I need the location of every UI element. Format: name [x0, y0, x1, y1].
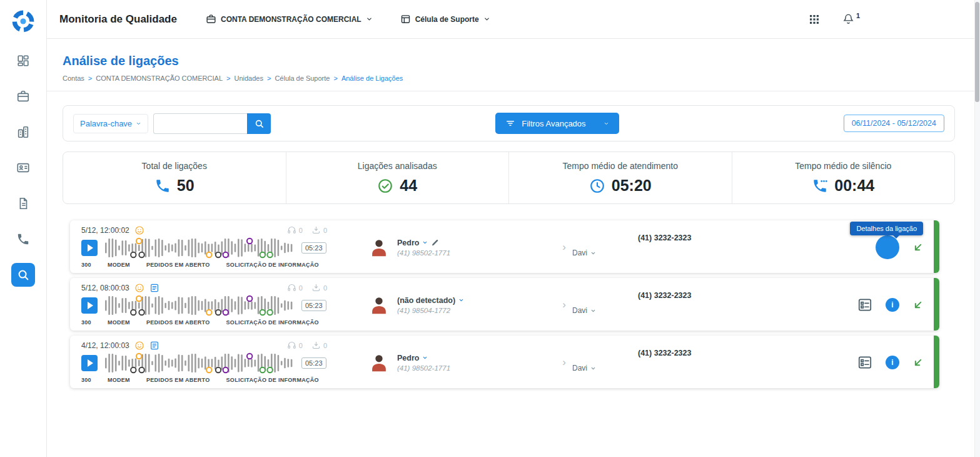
listen-count-value: 0 — [299, 342, 303, 349]
call-tags: 300 MODEM PEDIDOS EM ABERTO SOLICITAÇÃO … — [81, 377, 360, 383]
keyword-search-input[interactable] — [153, 113, 247, 134]
search-icon — [16, 268, 30, 282]
listen-count[interactable]: 0 — [287, 283, 303, 292]
apps-grid-icon — [809, 14, 820, 25]
breadcrumb-separator: > — [267, 74, 271, 82]
row-actions: i — [827, 283, 939, 327]
play-icon — [88, 359, 93, 367]
contact-column: Pedro (41) 98502-1771 — [368, 225, 556, 269]
contact-column: (não detectado) (41) 98504-1772 — [368, 283, 556, 327]
agent-dropdown[interactable]: Davi — [572, 341, 638, 384]
listen-count[interactable]: 0 — [287, 225, 303, 235]
ballot-icon — [857, 354, 873, 371]
download-count[interactable]: 0 — [311, 283, 327, 292]
breadcrumb-item[interactable]: Unidades — [234, 74, 263, 82]
sidebar-item-units[interactable] — [11, 120, 35, 144]
chevron-down-icon — [590, 250, 596, 256]
open-call-icon[interactable] — [912, 241, 924, 254]
breadcrumb-separator: > — [333, 74, 337, 82]
breadcrumb-item[interactable]: Célula de Suporte — [275, 74, 330, 82]
bell-icon — [842, 13, 854, 25]
breadcrumb-item[interactable]: CONTA DEMONSTRAÇÃO COMERCIAL — [96, 74, 223, 82]
contact-avatar — [368, 352, 390, 373]
account-selector[interactable]: CONTA DEMONSTRAÇÃO COMERCIAL — [206, 14, 373, 24]
topbar: Monitoria de Qualidade CONTA DEMONSTRAÇÃ… — [47, 0, 980, 39]
agent-name: Davi — [572, 364, 587, 372]
unit-selector[interactable]: Célula de Suporte — [400, 14, 490, 24]
contact-name-dropdown[interactable]: (não detectado) — [397, 296, 464, 305]
page-header: Análise de ligações Contas > CONTA DEMON… — [47, 39, 980, 82]
sidebar-item-accounts[interactable] — [11, 85, 35, 108]
tag: PEDIDOS EM ABERTO — [146, 262, 210, 268]
stat-analyzed-calls: Ligações analisadas 44 — [286, 152, 509, 203]
scrollbar-thumb[interactable] — [975, 2, 979, 102]
evaluation-form-button[interactable] — [857, 354, 873, 371]
play-button[interactable] — [81, 240, 98, 256]
contact-avatar — [368, 294, 390, 316]
smiley-icon — [134, 283, 144, 293]
download-count[interactable]: 0 — [311, 225, 327, 235]
agent-dropdown[interactable]: Davi — [572, 225, 638, 269]
page-title: Análise de ligações — [63, 54, 955, 68]
waveform[interactable] — [103, 294, 296, 317]
call-row: 5/12, 12:00:02 0 0 — [70, 220, 939, 273]
contact-phone: (41) 98502-1771 — [397, 364, 450, 372]
call-details-button[interactable]: i — [886, 356, 899, 369]
topbar-actions: 1 — [809, 13, 860, 25]
play-button[interactable] — [81, 297, 98, 314]
notifications-button[interactable]: 1 — [842, 13, 860, 25]
check-circle-icon — [377, 178, 393, 194]
chevron-down-icon — [483, 16, 490, 23]
download-icon — [311, 341, 321, 350]
unit-selector-label: Célula de Suporte — [415, 15, 479, 24]
play-button[interactable] — [81, 355, 98, 371]
agent-dropdown[interactable]: Davi — [572, 283, 638, 327]
account-selector-label: CONTA DEMONSTRAÇÃO COMERCIAL — [221, 15, 361, 24]
call-datetime: 4/12, 12:00:03 — [81, 341, 129, 350]
waveform[interactable] — [103, 352, 296, 374]
listen-count[interactable]: 0 — [287, 341, 303, 350]
sidebar-item-contacts[interactable] — [11, 156, 35, 180]
chevron-down-icon — [458, 297, 464, 303]
breadcrumb-item[interactable]: Contas — [63, 74, 84, 82]
keyword-type-dropdown[interactable]: Palavra-chave — [73, 114, 148, 133]
contact-name-dropdown[interactable]: Pedro — [397, 354, 450, 362]
date-range-picker[interactable]: 06/11/2024 - 05/12/2024 — [844, 115, 944, 132]
evaluation-form-button[interactable] — [857, 297, 873, 313]
edit-pencil-icon[interactable] — [431, 239, 439, 247]
breadcrumb-separator: > — [226, 74, 230, 82]
sidebar-item-reports[interactable] — [11, 192, 35, 215]
ballot-icon — [857, 297, 873, 313]
apps-grid-button[interactable] — [809, 14, 820, 25]
unit-icon — [400, 14, 411, 24]
scrollbar[interactable] — [974, 0, 980, 457]
sidebar-nav — [11, 49, 35, 287]
keyword-type-label: Palavra-chave — [80, 119, 132, 128]
search-button[interactable] — [247, 113, 271, 134]
listen-count-value: 0 — [299, 227, 303, 234]
open-call-icon[interactable] — [912, 299, 924, 311]
waveform[interactable] — [103, 237, 296, 259]
contact-column: Pedro (41) 98502-1771 — [368, 341, 556, 384]
app-window: Monitoria de Qualidade CONTA DEMONSTRAÇÃ… — [0, 0, 980, 457]
contact-phone: (41) 98504-1772 — [397, 307, 464, 314]
sidebar-item-calls[interactable] — [11, 227, 35, 251]
breadcrumb-item-current[interactable]: Análise de Ligações — [341, 74, 403, 82]
download-icon — [311, 283, 321, 292]
sidebar-item-dashboard[interactable] — [11, 49, 35, 73]
stat-value: 44 — [400, 177, 417, 195]
call-duration: 05:23 — [301, 357, 326, 369]
call-details-button[interactable]: i — [886, 298, 899, 312]
player-column: 5/12, 08:00:03 0 — [81, 283, 360, 327]
advanced-filters-button[interactable]: Filtros Avançados — [495, 113, 619, 134]
checklist-icon — [149, 341, 159, 351]
brand-logo-icon — [9, 8, 37, 35]
filter-icon — [505, 118, 515, 128]
tag: SOLICITAÇÃO DE INFORMAÇÃO — [226, 377, 319, 383]
download-count[interactable]: 0 — [311, 341, 327, 350]
open-call-icon[interactable] — [912, 356, 924, 369]
stat-avg-handle-time: Tempo médio de atendimento 05:20 — [508, 152, 732, 203]
contact-name-dropdown[interactable]: Pedro — [397, 239, 450, 247]
stat-value: 05:20 — [612, 177, 652, 195]
sidebar-item-call-analysis[interactable] — [11, 263, 35, 287]
